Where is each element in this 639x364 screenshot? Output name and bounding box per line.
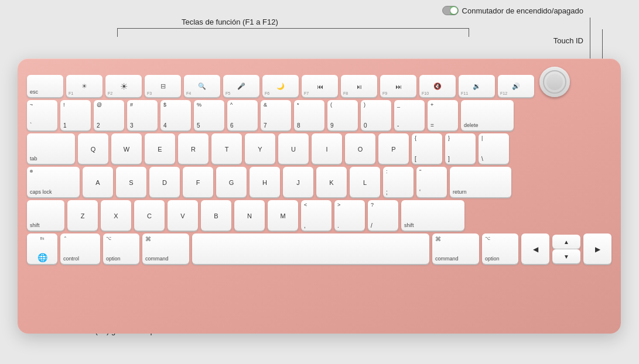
touchid-label: Touch ID	[553, 36, 583, 45]
key-fn-globe[interactable]: fn 🌐	[27, 233, 57, 264]
key-k[interactable]: K	[316, 167, 347, 197]
toggle-line	[590, 18, 590, 61]
key-return[interactable]: return	[450, 167, 511, 197]
key-a[interactable]: A	[83, 167, 113, 197]
key-b[interactable]: B	[201, 200, 231, 231]
key-2[interactable]: @ 2	[94, 100, 124, 131]
key-arrows-updown: ▲ ▼	[552, 235, 580, 263]
key-r[interactable]: R	[178, 133, 209, 164]
key-j[interactable]: J	[283, 167, 313, 197]
key-q[interactable]: Q	[78, 133, 108, 164]
key-f[interactable]: F	[183, 167, 213, 197]
key-shift-left[interactable]: shift	[27, 200, 64, 231]
key-6[interactable]: ^ 6	[227, 100, 258, 131]
toggle-label: Conmutador de encendido/apagado	[462, 6, 583, 15]
bracket-right	[469, 28, 469, 37]
key-lbracket[interactable]: { [	[412, 133, 442, 164]
key-slash[interactable]: ? /	[368, 200, 398, 231]
key-d[interactable]: D	[149, 167, 180, 197]
key-e[interactable]: E	[145, 133, 175, 164]
key-f4[interactable]: 🔍 F4	[184, 75, 220, 97]
key-option-left[interactable]: ⌥ option	[103, 233, 139, 264]
keyboard: esc ☀ F1 ☀ F2 ⊟ F3 🔍 F4	[18, 59, 621, 334]
key-esc[interactable]: esc	[27, 75, 63, 97]
key-arrow-up[interactable]: ▲	[552, 235, 580, 249]
key-f8[interactable]: ⏯ F8	[341, 75, 377, 97]
key-z[interactable]: Z	[67, 200, 98, 231]
capslock-indicator	[30, 170, 33, 173]
key-arrow-right[interactable]: ▶	[583, 233, 611, 264]
key-o[interactable]: O	[345, 133, 375, 164]
touchid-inner	[546, 74, 563, 90]
key-touchid[interactable]	[539, 67, 570, 97]
key-m[interactable]: M	[268, 200, 298, 231]
key-command-left[interactable]: ⌘ command	[142, 233, 189, 264]
key-f2[interactable]: ☀ F2	[105, 75, 142, 97]
key-delete[interactable]: delete	[461, 100, 514, 131]
key-spacebar[interactable]	[192, 233, 429, 264]
key-f12[interactable]: 🔊 F12	[498, 75, 534, 97]
key-1[interactable]: ! 1	[60, 100, 91, 131]
key-0[interactable]: ) 0	[361, 100, 391, 131]
key-f1[interactable]: ☀ F1	[66, 75, 102, 97]
key-x[interactable]: X	[101, 200, 131, 231]
key-3[interactable]: # 3	[127, 100, 158, 131]
key-option-right[interactable]: ⌥ option	[482, 233, 518, 264]
key-9[interactable]: ( 9	[327, 100, 358, 131]
key-comma[interactable]: < ,	[301, 200, 332, 231]
key-l[interactable]: L	[350, 167, 380, 197]
key-c[interactable]: C	[134, 200, 165, 231]
key-f10[interactable]: 🔇 F10	[419, 75, 456, 97]
key-rbracket[interactable]: } ]	[445, 133, 476, 164]
key-f5[interactable]: 🎤 F5	[223, 75, 259, 97]
key-h[interactable]: H	[250, 167, 280, 197]
key-minus[interactable]: _ -	[394, 100, 425, 131]
key-shift-right[interactable]: shift	[401, 200, 464, 231]
qwerty-key-row: tab Q W E R T Y U I O P { [ } ] | \	[27, 133, 611, 164]
key-f9[interactable]: ⏭ F9	[380, 75, 416, 97]
key-equals[interactable]: + =	[428, 100, 458, 131]
key-y[interactable]: Y	[245, 133, 275, 164]
key-period[interactable]: > .	[334, 200, 365, 231]
key-f3[interactable]: ⊟ F3	[145, 75, 181, 97]
key-f11[interactable]: 🔉 F11	[459, 75, 495, 97]
scene: Conmutador de encendido/apagado Teclas d…	[0, 0, 639, 364]
key-t[interactable]: T	[211, 133, 242, 164]
zxcv-key-row: shift Z X C V B N M < , > . ? / shift	[27, 200, 611, 231]
key-7[interactable]: & 7	[261, 100, 291, 131]
fn-key-row: esc ☀ F1 ☀ F2 ⊟ F3 🔍 F4	[27, 67, 611, 97]
fn-keys-label: Teclas de función (F1 a F12)	[182, 18, 278, 26]
key-control[interactable]: ⌃ control	[60, 233, 100, 264]
fn-keys-line	[117, 28, 469, 29]
key-v[interactable]: V	[168, 200, 198, 231]
key-tab[interactable]: tab	[27, 133, 75, 164]
asdf-key-row: caps lock A S D F G H J K L : ; " ' retu…	[27, 167, 611, 197]
key-i[interactable]: I	[312, 133, 342, 164]
number-key-row: ~ ` ! 1 @ 2 # 3 $ 4 % 5	[27, 100, 611, 131]
key-4[interactable]: $ 4	[160, 100, 191, 131]
key-s[interactable]: S	[116, 167, 146, 197]
key-semicolon[interactable]: : ;	[383, 167, 414, 197]
key-quote[interactable]: " '	[416, 167, 447, 197]
key-p[interactable]: P	[378, 133, 409, 164]
key-u[interactable]: U	[278, 133, 309, 164]
key-n[interactable]: N	[234, 200, 265, 231]
toggle-switch-area: Conmutador de encendido/apagado	[442, 6, 583, 15]
key-f7[interactable]: ⏮ F7	[302, 75, 338, 97]
key-arrow-down[interactable]: ▼	[552, 249, 580, 263]
bottom-key-row: fn 🌐 ⌃ control ⌥ option ⌘ command ⌘	[27, 233, 611, 264]
key-backtick[interactable]: ~ `	[27, 100, 57, 131]
key-f6[interactable]: 🌙 F6	[262, 75, 299, 97]
touchid-ring	[543, 70, 566, 94]
key-w[interactable]: W	[111, 133, 142, 164]
key-capslock[interactable]: caps lock	[27, 167, 80, 197]
key-g[interactable]: G	[216, 167, 247, 197]
toggle-knob	[450, 7, 457, 14]
key-arrow-left[interactable]: ◀	[521, 233, 549, 264]
key-command-right[interactable]: ⌘ command	[432, 233, 479, 264]
bracket-left	[117, 28, 118, 37]
key-backslash[interactable]: | \	[479, 133, 509, 164]
toggle-icon	[442, 6, 459, 15]
key-8[interactable]: * 8	[294, 100, 324, 131]
key-5[interactable]: % 5	[194, 100, 224, 131]
